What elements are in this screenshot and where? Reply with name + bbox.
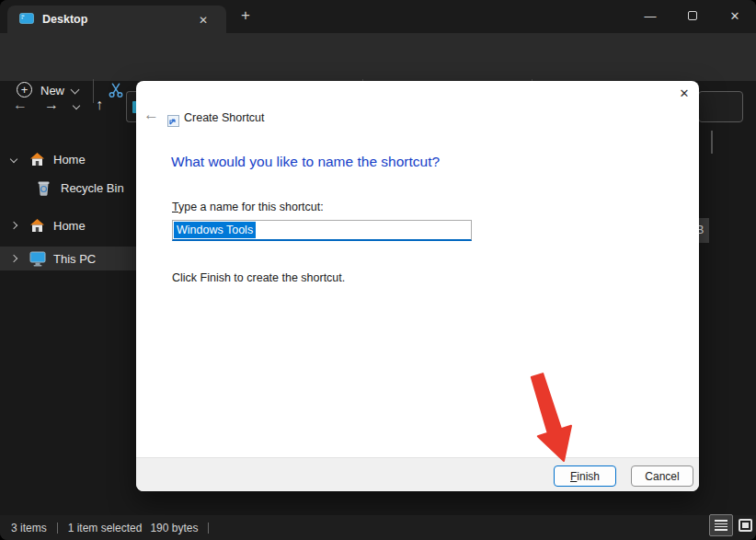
tab-desktop[interactable]: Desktop ✕	[7, 6, 226, 33]
dialog-back-icon[interactable]: ←	[143, 106, 159, 124]
forward-icon[interactable]: →	[44, 97, 59, 113]
up-icon[interactable]: ↑	[96, 97, 103, 113]
home-icon	[29, 152, 46, 167]
titlebar: Desktop ✕ + — ✕	[0, 0, 756, 33]
this-pc-icon	[29, 251, 46, 266]
recycle-bin-icon	[37, 180, 53, 195]
command-bar: + New A ↑ ↓ Sort View •••	[0, 33, 756, 81]
new-tab-button[interactable]: +	[235, 6, 256, 26]
new-button[interactable]: New	[40, 84, 64, 98]
explorer-window: Desktop ✕ + — ✕ + New A ↑	[0, 0, 756, 540]
status-bar: 3 items 1 item selected 190 bytes	[0, 515, 756, 540]
maximize-button[interactable]	[671, 0, 714, 31]
chevron-right-icon[interactable]	[10, 222, 17, 229]
input-selected-text: Windows Tools	[174, 222, 256, 238]
create-shortcut-dialog: ✕ ← Create Shortcut What would you like …	[136, 81, 699, 491]
sidebar-item-label: This PC	[53, 252, 96, 266]
dialog-instruction: Click Finish to create the shortcut.	[172, 271, 345, 284]
maximize-icon	[688, 11, 697, 20]
home-icon	[29, 218, 46, 233]
sidebar-item-label: Home	[53, 219, 86, 233]
sidebar-item-home-pinned[interactable]: Home	[0, 147, 136, 171]
icons-view-icon	[739, 519, 752, 532]
back-icon[interactable]: ←	[13, 97, 28, 113]
sidebar-item-label: Home	[53, 153, 86, 167]
window-close-button[interactable]: ✕	[714, 0, 756, 31]
sidebar-item-this-pc[interactable]: This PC	[0, 247, 136, 270]
chevron-down-icon[interactable]	[10, 155, 17, 163]
scrollbar[interactable]	[711, 131, 713, 154]
desktop-tab-icon	[19, 13, 34, 30]
tab-close-icon[interactable]: ✕	[195, 12, 212, 29]
divider	[208, 523, 209, 534]
new-chevron-icon	[71, 86, 80, 95]
selection-size: 190 bytes	[150, 522, 198, 534]
search-box[interactable]	[698, 91, 743, 122]
icons-view-toggle[interactable]	[736, 516, 755, 534]
details-view-toggle[interactable]	[709, 514, 733, 536]
shortcut-name-label: Type a name for this shortcut:	[172, 201, 324, 213]
sidebar-item-recycle-bin[interactable]: Recycle Bin	[0, 176, 136, 200]
tab-label: Desktop	[42, 13, 87, 26]
sidebar-item-home[interactable]: Home	[0, 213, 136, 237]
divider	[93, 79, 94, 103]
dialog-heading: What would you like to name the shortcut…	[171, 154, 440, 170]
sidebar-item-label: Recycle Bin	[61, 181, 124, 195]
chevron-right-icon[interactable]	[10, 255, 17, 262]
dialog-title: Create Shortcut	[184, 111, 265, 124]
details-view-icon	[715, 519, 727, 533]
recent-locations-chevron-icon[interactable]	[73, 102, 80, 109]
shortcut-icon	[167, 114, 179, 131]
selection-status: 1 item selected	[68, 522, 143, 534]
new-icon: +	[17, 82, 32, 98]
cut-icon[interactable]	[108, 82, 124, 102]
cancel-button[interactable]: Cancel	[631, 465, 693, 487]
shortcut-name-input[interactable]: Windows Tools	[172, 220, 472, 241]
finish-button[interactable]: Finish	[554, 465, 616, 487]
divider	[57, 523, 58, 534]
items-count: 3 items	[11, 522, 47, 534]
dialog-close-icon[interactable]: ✕	[675, 85, 693, 103]
minimize-button[interactable]: —	[629, 0, 671, 31]
